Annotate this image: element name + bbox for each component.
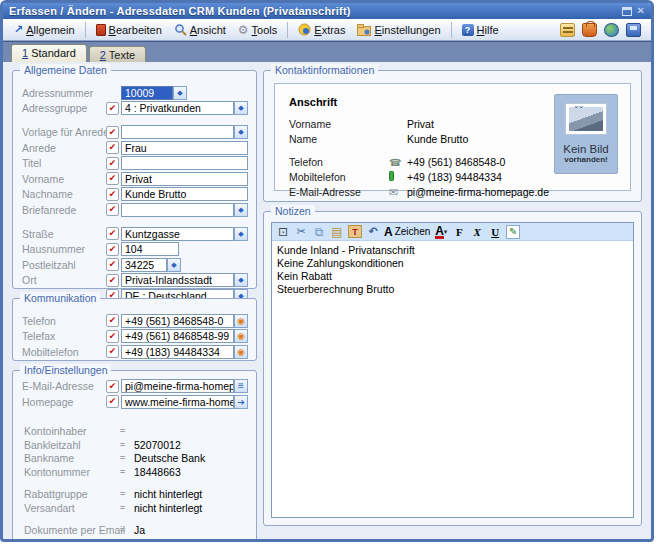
- globe-icon[interactable]: [604, 23, 619, 37]
- check-icon[interactable]: ✔: [106, 227, 119, 240]
- check-icon[interactable]: ✔: [106, 126, 119, 139]
- strasse-combo[interactable]: Kuntzgasse: [121, 227, 234, 241]
- adressnummer-input[interactable]: 10009: [121, 86, 173, 100]
- paste-text-icon[interactable]: T: [348, 225, 362, 238]
- menu-ansicht[interactable]: Ansicht: [169, 21, 231, 38]
- notes-textarea[interactable]: Kunde Inland - Privatanschrift Keine Zah…: [272, 241, 633, 517]
- menu-hilfe[interactable]: ? Hilfe: [457, 22, 504, 38]
- equals-icon: =: [120, 440, 134, 450]
- cut-icon[interactable]: ✂: [294, 224, 308, 239]
- adressgruppe-drop-button[interactable]: ◆: [234, 101, 248, 115]
- check-icon[interactable]: ✔: [106, 102, 119, 115]
- adressgruppe-combo[interactable]: 4 : Privatkunden: [121, 101, 234, 115]
- maximize-editor-icon[interactable]: ⊡: [276, 224, 290, 239]
- check-icon[interactable]: ✔: [106, 157, 119, 170]
- group-legend: Notizen: [271, 205, 315, 218]
- font-color-button[interactable]: A ▾: [434, 224, 448, 239]
- notebook-icon: [96, 24, 106, 36]
- contact-row-email: E-Mail-Adresse ✉ pi@meine-firma-homepage…: [289, 185, 616, 199]
- nachname-input[interactable]: Kunde Brutto: [121, 187, 248, 201]
- window-title: Erfassen / Ändern - Adressdaten CRM Kund…: [9, 5, 351, 17]
- info-row-kontoinhaber: Kontoinhaber =: [24, 425, 246, 439]
- check-icon[interactable]: ✔: [106, 141, 119, 154]
- check-icon[interactable]: ✔: [106, 345, 119, 358]
- basket-icon[interactable]: [582, 23, 597, 37]
- ort-combo[interactable]: Privat-Inlandsstadt: [121, 273, 234, 287]
- telefax-input[interactable]: +49 (561) 8468548-99: [121, 329, 234, 343]
- adressnummer-spin-button[interactable]: ◆: [173, 86, 187, 100]
- paste-icon[interactable]: ▤: [330, 224, 344, 239]
- menu-bearbeiten[interactable]: Bearbeiten: [91, 22, 167, 38]
- close-icon[interactable]: ✕: [637, 6, 645, 16]
- mobile-icon: [389, 171, 394, 181]
- field-row-strasse: Straße ✔ Kuntzgasse ◆: [22, 227, 248, 241]
- check-icon[interactable]: ✔: [106, 314, 119, 327]
- menu-extras[interactable]: Extras: [293, 21, 350, 38]
- briefanrede-combo[interactable]: [121, 203, 234, 217]
- menu-tools[interactable]: ⚙ Tools: [233, 21, 282, 39]
- save-icon[interactable]: [626, 23, 641, 37]
- underline-button[interactable]: U: [488, 224, 502, 239]
- tab-standard[interactable]: 1 Standard: [11, 44, 87, 62]
- group-legend: Kommunikation: [20, 292, 100, 305]
- maximize-icon[interactable]: [622, 7, 632, 16]
- field-row-vorname: Vorname ✔ Privat: [22, 172, 248, 186]
- check-icon[interactable]: ✔: [106, 330, 119, 343]
- undo-icon[interactable]: ↶: [366, 224, 380, 239]
- field-row-homepage: Homepage ✔ www.meine-firma-homepage.de ➔: [22, 395, 248, 409]
- contacts-icon[interactable]: [560, 23, 575, 37]
- info-row-dokumente-email: Dokumente per Email = Ja: [24, 524, 246, 538]
- ort-drop-button[interactable]: ◆: [234, 273, 248, 287]
- briefanrede-drop-button[interactable]: ◆: [234, 203, 248, 217]
- italic-button[interactable]: X: [470, 224, 484, 239]
- strasse-drop-button[interactable]: ◆: [234, 227, 248, 241]
- titel-input[interactable]: [121, 156, 248, 170]
- postleitzahl-input[interactable]: 34225: [121, 258, 167, 272]
- field-row-ort: Ort ✔ Privat-Inlandsstadt ◆: [22, 273, 248, 287]
- check-icon[interactable]: ✔: [106, 274, 119, 287]
- menu-allgemein[interactable]: ↗ Allgemein: [9, 21, 80, 38]
- notes-editor: ⊡ ✂ ⧉ ▤ T ↶ A Zeichen A ▾: [271, 222, 634, 518]
- check-icon[interactable]: ✔: [106, 395, 119, 408]
- homepage-input[interactable]: www.meine-firma-homepage.de: [121, 395, 234, 409]
- check-icon[interactable]: ✔: [106, 243, 119, 256]
- hausnummer-input[interactable]: 104: [121, 242, 179, 256]
- homepage-go-icon[interactable]: ➔: [234, 395, 248, 409]
- group-legend: Info/Einstellungen: [20, 364, 111, 377]
- check-icon[interactable]: ✔: [106, 380, 119, 393]
- bold-button[interactable]: F: [452, 224, 466, 239]
- email-input[interactable]: pi@meine-firma-homepage.de: [121, 379, 234, 393]
- dial-icon[interactable]: ◉: [234, 345, 248, 359]
- check-icon[interactable]: ✔: [106, 188, 119, 201]
- equals-icon: =: [120, 503, 134, 513]
- telefon-input[interactable]: +49 (561) 8468548-0: [121, 314, 234, 328]
- field-row-briefanrede: Briefanrede ✔ ◆: [22, 203, 248, 217]
- info-row-bankleitzahl: Bankleitzahl = 52070012: [24, 438, 246, 452]
- character-button[interactable]: A Zeichen: [384, 224, 430, 239]
- postleitzahl-spin-button[interactable]: ◆: [167, 258, 181, 272]
- vorname-input[interactable]: Privat: [121, 172, 248, 186]
- group-kommunikation: Kommunikation Telefon ✔ +49 (561) 846854…: [12, 298, 257, 361]
- check-icon[interactable]: ✔: [106, 203, 119, 216]
- title-bar[interactable]: Erfassen / Ändern - Adressdaten CRM Kund…: [3, 3, 651, 19]
- field-row-adressnummer: Adressnummer 10009 ◆: [22, 86, 248, 100]
- tab-texte[interactable]: 2 Texte: [89, 46, 146, 62]
- check-icon[interactable]: ✔: [106, 172, 119, 185]
- edit-icon[interactable]: ✎: [506, 225, 520, 239]
- dial-icon[interactable]: ◉: [234, 329, 248, 343]
- mail-icon: ✉: [389, 186, 407, 199]
- anrede-input[interactable]: Frau: [121, 141, 248, 155]
- check-icon[interactable]: ✔: [106, 258, 119, 271]
- field-row-titel: Titel ✔: [22, 156, 248, 170]
- menu-einstellungen[interactable]: Einstellungen: [352, 22, 445, 38]
- equals-icon: =: [120, 539, 134, 542]
- email-menu-icon[interactable]: ≡: [234, 379, 248, 393]
- vorlage-combo[interactable]: [121, 125, 234, 139]
- field-row-email: E-Mail-Adresse ✔ pi@meine-firma-homepage…: [22, 379, 248, 393]
- settings-folder-icon: [357, 24, 371, 36]
- dial-icon[interactable]: ◉: [234, 314, 248, 328]
- vorlage-drop-button[interactable]: ◆: [234, 125, 248, 139]
- mobiltelefon-input[interactable]: +49 (183) 94484334: [121, 345, 234, 359]
- magnifier-icon: [174, 23, 187, 36]
- copy-icon[interactable]: ⧉: [312, 224, 326, 239]
